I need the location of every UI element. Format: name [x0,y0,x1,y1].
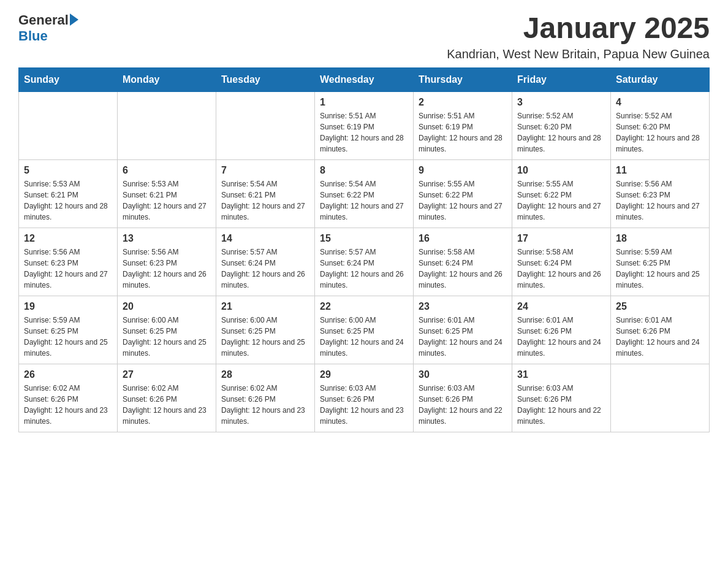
day-number: 7 [221,165,309,176]
day-cell: 19Sunrise: 5:59 AMSunset: 6:25 PMDayligh… [19,296,118,364]
day-cell [611,364,710,432]
day-cell: 9Sunrise: 5:55 AMSunset: 6:22 PMDaylight… [414,159,512,228]
day-cell: 27Sunrise: 6:02 AMSunset: 6:26 PMDayligh… [118,364,216,432]
day-cell: 22Sunrise: 6:00 AMSunset: 6:25 PMDayligh… [315,296,414,364]
col-header-thursday: Thursday [414,67,512,91]
day-cell: 14Sunrise: 5:57 AMSunset: 6:24 PMDayligh… [216,228,315,296]
day-cell: 6Sunrise: 5:53 AMSunset: 6:21 PMDaylight… [118,159,216,228]
day-number: 26 [24,369,112,380]
day-cell: 21Sunrise: 6:00 AMSunset: 6:25 PMDayligh… [216,296,315,364]
day-info: Sunrise: 6:03 AMSunset: 6:26 PMDaylight:… [320,383,408,427]
day-number: 2 [419,97,507,108]
month-title: January 2025 [447,12,710,45]
col-header-monday: Monday [118,67,216,91]
day-cell: 15Sunrise: 5:57 AMSunset: 6:24 PMDayligh… [315,228,414,296]
day-info: Sunrise: 5:59 AMSunset: 6:25 PMDaylight:… [24,315,112,359]
day-number: 20 [123,301,211,312]
day-info: Sunrise: 6:00 AMSunset: 6:25 PMDaylight:… [123,315,211,359]
day-info: Sunrise: 6:02 AMSunset: 6:26 PMDaylight:… [123,383,211,427]
day-number: 12 [24,233,112,244]
day-info: Sunrise: 5:56 AMSunset: 6:23 PMDaylight:… [123,247,211,291]
day-cell: 31Sunrise: 6:03 AMSunset: 6:26 PMDayligh… [512,364,611,432]
day-info: Sunrise: 5:56 AMSunset: 6:23 PMDaylight:… [24,247,112,291]
day-info: Sunrise: 5:57 AMSunset: 6:24 PMDaylight:… [320,247,408,291]
day-info: Sunrise: 6:00 AMSunset: 6:25 PMDaylight:… [320,315,408,359]
day-number: 1 [320,97,408,108]
day-cell: 28Sunrise: 6:02 AMSunset: 6:26 PMDayligh… [216,364,315,432]
day-cell: 3Sunrise: 5:52 AMSunset: 6:20 PMDaylight… [512,91,611,159]
logo-triangle-icon [70,13,78,26]
day-number: 10 [517,165,605,176]
day-info: Sunrise: 5:56 AMSunset: 6:23 PMDaylight:… [616,178,704,223]
day-cell: 30Sunrise: 6:03 AMSunset: 6:26 PMDayligh… [414,364,512,432]
day-cell: 29Sunrise: 6:03 AMSunset: 6:26 PMDayligh… [315,364,414,432]
day-info: Sunrise: 5:52 AMSunset: 6:20 PMDaylight:… [517,110,605,155]
day-number: 13 [123,233,211,244]
day-info: Sunrise: 5:51 AMSunset: 6:19 PMDaylight:… [419,110,507,155]
day-info: Sunrise: 6:01 AMSunset: 6:26 PMDaylight:… [616,315,704,359]
day-info: Sunrise: 5:58 AMSunset: 6:24 PMDaylight:… [517,247,605,291]
day-number: 24 [517,301,605,312]
day-info: Sunrise: 6:01 AMSunset: 6:26 PMDaylight:… [517,315,605,359]
location-title: Kandrian, West New Britain, Papua New Gu… [447,47,710,61]
day-cell: 16Sunrise: 5:58 AMSunset: 6:24 PMDayligh… [414,228,512,296]
day-info: Sunrise: 5:52 AMSunset: 6:20 PMDaylight:… [616,110,704,155]
calendar-header-row: SundayMondayTuesdayWednesdayThursdayFrid… [19,67,710,91]
day-cell [19,91,118,159]
day-info: Sunrise: 5:57 AMSunset: 6:24 PMDaylight:… [221,247,309,291]
day-number: 3 [517,97,605,108]
col-header-tuesday: Tuesday [216,67,315,91]
logo-blue-text: Blue [18,28,48,44]
day-info: Sunrise: 5:58 AMSunset: 6:24 PMDaylight:… [419,247,507,291]
page-header: General Blue January 2025 Kandrian, West… [18,12,710,61]
day-info: Sunrise: 5:54 AMSunset: 6:22 PMDaylight:… [320,178,408,223]
col-header-saturday: Saturday [611,67,710,91]
day-number: 11 [616,165,704,176]
day-cell: 1Sunrise: 5:51 AMSunset: 6:19 PMDaylight… [315,91,414,159]
day-cell: 4Sunrise: 5:52 AMSunset: 6:20 PMDaylight… [611,91,710,159]
day-info: Sunrise: 5:54 AMSunset: 6:21 PMDaylight:… [221,178,309,223]
day-number: 27 [123,369,211,380]
day-number: 9 [419,165,507,176]
day-number: 14 [221,233,309,244]
day-number: 8 [320,165,408,176]
day-number: 6 [123,165,211,176]
day-number: 18 [616,233,704,244]
day-number: 23 [419,301,507,312]
week-row-3: 12Sunrise: 5:56 AMSunset: 6:23 PMDayligh… [19,228,710,296]
day-cell: 25Sunrise: 6:01 AMSunset: 6:26 PMDayligh… [611,296,710,364]
day-cell: 10Sunrise: 5:55 AMSunset: 6:22 PMDayligh… [512,159,611,228]
day-info: Sunrise: 5:51 AMSunset: 6:19 PMDaylight:… [320,110,408,155]
day-number: 4 [616,97,704,108]
day-cell: 12Sunrise: 5:56 AMSunset: 6:23 PMDayligh… [19,228,118,296]
day-number: 30 [419,369,507,380]
day-number: 29 [320,369,408,380]
day-info: Sunrise: 6:02 AMSunset: 6:26 PMDaylight:… [24,383,112,427]
day-number: 25 [616,301,704,312]
day-info: Sunrise: 5:59 AMSunset: 6:25 PMDaylight:… [616,247,704,291]
title-area: January 2025 Kandrian, West New Britain,… [447,12,710,61]
calendar-table: SundayMondayTuesdayWednesdayThursdayFrid… [18,67,710,432]
day-cell: 17Sunrise: 5:58 AMSunset: 6:24 PMDayligh… [512,228,611,296]
day-cell: 7Sunrise: 5:54 AMSunset: 6:21 PMDaylight… [216,159,315,228]
day-cell: 8Sunrise: 5:54 AMSunset: 6:22 PMDaylight… [315,159,414,228]
day-cell: 13Sunrise: 5:56 AMSunset: 6:23 PMDayligh… [118,228,216,296]
day-info: Sunrise: 6:01 AMSunset: 6:25 PMDaylight:… [419,315,507,359]
col-header-sunday: Sunday [19,67,118,91]
day-info: Sunrise: 6:03 AMSunset: 6:26 PMDaylight:… [419,383,507,427]
day-cell: 26Sunrise: 6:02 AMSunset: 6:26 PMDayligh… [19,364,118,432]
day-info: Sunrise: 5:53 AMSunset: 6:21 PMDaylight:… [24,178,112,223]
day-number: 31 [517,369,605,380]
day-info: Sunrise: 5:53 AMSunset: 6:21 PMDaylight:… [123,178,211,223]
logo-general-text: General [18,12,69,28]
day-cell: 5Sunrise: 5:53 AMSunset: 6:21 PMDaylight… [19,159,118,228]
day-info: Sunrise: 6:03 AMSunset: 6:26 PMDaylight:… [517,383,605,427]
week-row-5: 26Sunrise: 6:02 AMSunset: 6:26 PMDayligh… [19,364,710,432]
day-number: 16 [419,233,507,244]
day-info: Sunrise: 5:55 AMSunset: 6:22 PMDaylight:… [517,178,605,223]
day-cell: 11Sunrise: 5:56 AMSunset: 6:23 PMDayligh… [611,159,710,228]
day-number: 28 [221,369,309,380]
day-number: 15 [320,233,408,244]
day-cell: 20Sunrise: 6:00 AMSunset: 6:25 PMDayligh… [118,296,216,364]
day-cell: 24Sunrise: 6:01 AMSunset: 6:26 PMDayligh… [512,296,611,364]
